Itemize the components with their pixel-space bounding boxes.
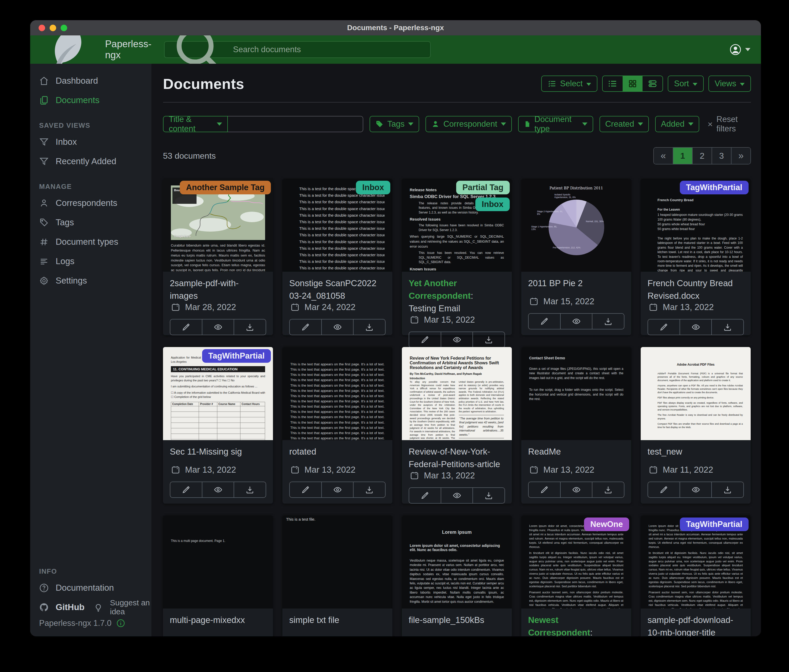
tag-badge[interactable]: NewOne (584, 518, 629, 531)
view-grid-button[interactable] (623, 76, 642, 91)
document-correspondent-link[interactable]: Newest Correspondent (528, 615, 590, 636)
maximize-window-button[interactable] (61, 25, 67, 31)
sidebar-item-documentation[interactable]: Documentation (30, 578, 152, 597)
view-button[interactable] (680, 482, 712, 497)
download-button[interactable] (473, 332, 505, 347)
title-content-input[interactable] (228, 116, 363, 132)
document-thumbnail[interactable]: Contact Sheet DemoGiven a set of image f… (521, 347, 631, 440)
document-title-link[interactable]: file-sample_150kBs (409, 614, 505, 626)
view-button[interactable] (321, 482, 353, 497)
sidebar-item-recently-added[interactable]: Recently Added (30, 151, 152, 171)
title-content-dropdown[interactable]: Title & content (163, 116, 228, 132)
document-thumbnail[interactable]: Review of New York Federal Petitions for… (402, 347, 512, 440)
document-thumbnail[interactable]: This is a test file. (283, 515, 392, 608)
document-title-link[interactable]: multi-page-mixedxx (170, 614, 266, 626)
view-button[interactable] (202, 482, 234, 497)
created-filter-button[interactable]: Created (599, 116, 649, 132)
edit-button[interactable] (170, 320, 202, 335)
download-button[interactable] (711, 482, 743, 497)
document-thumbnail[interactable]: This is the text that appears on the fir… (283, 347, 392, 440)
correspondent-filter-button[interactable]: Correspondent (425, 116, 512, 132)
document-type-filter-button[interactable]: Document type (518, 116, 593, 132)
download-button[interactable] (711, 320, 743, 335)
download-button[interactable] (473, 488, 505, 503)
download-button[interactable] (353, 320, 385, 335)
pagination-page-2[interactable]: 2 (692, 148, 712, 164)
sidebar-item-tags[interactable]: Tags (30, 213, 152, 232)
sidebar-item-suggest-an-idea[interactable]: Suggest an idea (85, 597, 152, 617)
document-title-link[interactable]: sample-pdf-download-10-mb-longer-title (647, 614, 744, 636)
edit-button[interactable] (648, 320, 680, 335)
reset-filters-button[interactable]: × Reset filters (708, 115, 751, 134)
sidebar-item-logs[interactable]: Logs (30, 252, 152, 271)
edit-button[interactable] (529, 482, 560, 497)
sidebar-item-correspondents[interactable]: Correspondents (30, 193, 152, 213)
tag-badge[interactable]: Inbox (356, 181, 390, 194)
download-button[interactable] (592, 482, 624, 497)
tag-badge[interactable]: TagWithPartial (680, 518, 749, 531)
document-title-link[interactable]: French Country Bread Revised.docx (647, 277, 744, 302)
tag-badge[interactable]: Another Sample Tag (180, 181, 271, 194)
download-button[interactable] (233, 320, 266, 335)
edit-button[interactable] (409, 488, 441, 503)
document-title-link[interactable]: 2sample-pdf-with-images (170, 277, 266, 302)
view-button[interactable] (560, 482, 592, 497)
added-filter-button[interactable]: Added (655, 116, 699, 132)
view-button[interactable] (680, 320, 712, 335)
view-details-button[interactable] (642, 76, 663, 91)
document-title-link[interactable]: Yet Another Correspondent: Testing Email (409, 277, 505, 315)
edit-button[interactable] (529, 314, 560, 329)
edit-button[interactable] (648, 482, 680, 497)
tag-badge[interactable]: Partial Tag (456, 181, 510, 194)
edit-button[interactable] (290, 482, 321, 497)
download-button[interactable] (353, 482, 385, 497)
document-title-link[interactable]: ReadMe (528, 445, 624, 458)
sidebar-item-github[interactable]: GitHub (30, 597, 85, 617)
user-menu[interactable] (730, 43, 751, 56)
document-title-link[interactable]: Newest Correspondent: f_combineds (528, 614, 624, 636)
document-correspondent-link[interactable]: Yet Another Correspondent (409, 278, 471, 301)
tag-badge[interactable]: Inbox (475, 197, 510, 211)
view-button[interactable] (441, 488, 473, 503)
sidebar-item-settings[interactable]: Settings (30, 271, 152, 290)
tag-badge[interactable]: TagWithPartial (680, 181, 749, 194)
edit-button[interactable] (290, 320, 321, 335)
document-thumbnail[interactable]: Lorem ipsumLorem ipsum dolor sit amet, c… (402, 515, 512, 608)
select-button[interactable]: Select (541, 76, 597, 92)
document-title-link[interactable]: simple txt file (289, 614, 386, 626)
edit-button[interactable] (170, 482, 202, 497)
tags-filter-button[interactable]: Tags (370, 116, 419, 132)
pagination-next-button[interactable]: » (731, 148, 751, 164)
view-button[interactable] (321, 320, 353, 335)
document-title-link[interactable]: test_new (647, 445, 744, 458)
lightbulb-icon (93, 602, 103, 612)
download-button[interactable] (592, 314, 624, 329)
sidebar-item-document-types[interactable]: Document types (30, 232, 152, 252)
view-list-button[interactable] (603, 76, 623, 91)
close-window-button[interactable] (38, 25, 45, 31)
document-thumbnail[interactable]: Adobe Acrobat PDF FilesAdobe® Portable D… (641, 347, 751, 440)
view-button[interactable] (560, 314, 592, 329)
pagination-prev-button[interactable]: « (654, 148, 673, 164)
sidebar-item-dashboard[interactable]: Dashboard (30, 71, 152, 91)
document-title-link[interactable]: rotated (289, 445, 386, 458)
view-button[interactable] (441, 332, 473, 347)
download-button[interactable] (233, 482, 266, 497)
document-title-link[interactable]: Sonstige ScanPC2022 03-24_081058 (289, 277, 386, 302)
edit-button[interactable] (409, 332, 441, 347)
document-thumbnail[interactable]: This is a multi page document. Page 1. (163, 515, 273, 608)
minimize-window-button[interactable] (50, 25, 56, 31)
pagination-page-3[interactable]: 3 (712, 148, 731, 164)
sidebar-item-documents[interactable]: Documents (30, 91, 152, 110)
document-title-link[interactable]: Review-of-New-York-Federal-Petitions-art… (409, 445, 505, 471)
search-input[interactable] (233, 45, 425, 54)
sort-button[interactable]: Sort (668, 76, 704, 92)
document-title-link[interactable]: Sec 11-Missing sig (170, 445, 266, 458)
pagination-page-1[interactable]: 1 (673, 148, 692, 164)
sidebar-item-inbox[interactable]: Inbox (30, 132, 152, 151)
view-button[interactable] (202, 320, 234, 335)
document-thumbnail[interactable]: Patient BP Distribution 2011Isolated Sys… (521, 178, 631, 272)
document-title-link[interactable]: 2011 BP Pie 2 (528, 277, 624, 290)
views-button[interactable]: Views (708, 76, 751, 92)
tag-badge[interactable]: TagWithPartial (202, 349, 271, 363)
